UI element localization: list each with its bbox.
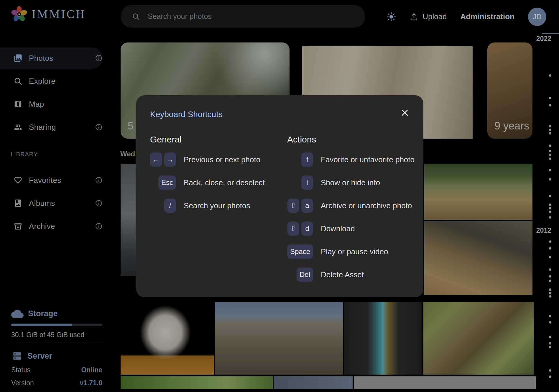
shortcut-description: Download [321, 224, 355, 233]
shortcut-keys: Esc [150, 176, 176, 190]
key-cap: a [301, 199, 313, 213]
key-cap: i [301, 176, 313, 190]
key-cap: Esc [158, 176, 176, 190]
shortcut-row: EscBack, close, or deselect [150, 171, 287, 194]
shortcut-row: ←→Previous or next photo [150, 148, 287, 171]
key-cap: ← [150, 152, 162, 167]
key-cap: f [301, 152, 313, 167]
shortcut-keys: i [287, 176, 313, 190]
key-cap: / [164, 199, 176, 213]
shortcut-row: iShow or hide info [287, 171, 415, 194]
shortcut-row: fFavorite or unfavorite photo [287, 148, 415, 171]
shortcut-description: Play or pause video [321, 247, 388, 256]
shortcut-description: Favorite or unfavorite photo [321, 155, 415, 164]
shortcut-description: Back, close, or deselect [184, 178, 265, 187]
shortcut-row: ⇧dDownload [287, 217, 415, 240]
shortcut-description: Previous or next photo [184, 155, 260, 164]
shortcut-keys: / [150, 199, 176, 213]
shortcut-description: Search your photos [184, 201, 250, 210]
shortcut-row: DelDelete Asset [287, 263, 415, 286]
shortcut-description: Delete Asset [321, 270, 364, 279]
shortcut-row: /Search your photos [150, 194, 287, 217]
close-button[interactable] [399, 107, 410, 118]
key-cap: ⇧ [287, 199, 299, 213]
shortcut-section: General←→Previous or next photoEscBack, … [150, 135, 287, 286]
close-icon [400, 108, 409, 117]
shortcut-row: ⇧aArchive or unarchive photo [287, 194, 415, 217]
shortcut-keys: Space [287, 245, 313, 259]
modal-title: Keyboard Shortcuts [150, 110, 223, 119]
key-cap: d [301, 222, 313, 236]
shortcut-description: Archive or unarchive photo [321, 201, 412, 210]
keyboard-shortcuts-modal: Keyboard Shortcuts General←→Previous or … [136, 95, 423, 297]
shortcut-description: Show or hide info [321, 178, 380, 187]
shortcut-keys: ←→ [150, 152, 176, 167]
shortcut-keys: ⇧a [287, 199, 313, 213]
shortcut-keys: ⇧d [287, 222, 313, 236]
shortcut-section-heading: Actions [287, 135, 415, 143]
key-cap: → [164, 152, 176, 167]
shortcut-row: SpacePlay or pause video [287, 240, 415, 263]
shortcut-section-heading: General [150, 135, 287, 143]
shortcut-keys: f [287, 152, 313, 167]
key-cap: Space [287, 245, 313, 259]
key-cap: ⇧ [287, 222, 299, 236]
shortcut-keys: Del [287, 268, 313, 282]
key-cap: Del [297, 268, 313, 282]
shortcut-section: ActionsfFavorite or unfavorite photoiSho… [287, 135, 415, 286]
